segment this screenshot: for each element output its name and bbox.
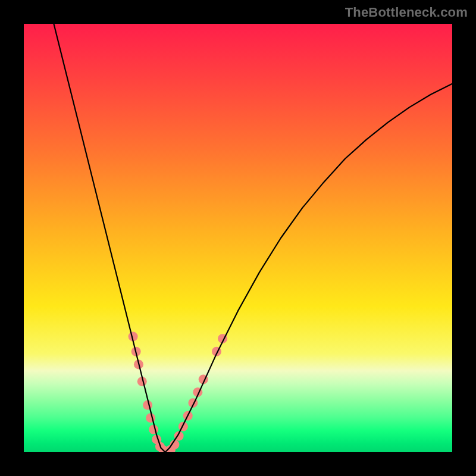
chart-frame: TheBottleneck.com [0,0,476,476]
bottleneck-curve [54,24,452,452]
plot-area [24,24,452,452]
watermark-text: TheBottleneck.com [345,5,468,20]
chart-svg [24,24,452,452]
data-marker [178,422,188,431]
data-marker [146,413,155,422]
data-marker [149,425,158,434]
